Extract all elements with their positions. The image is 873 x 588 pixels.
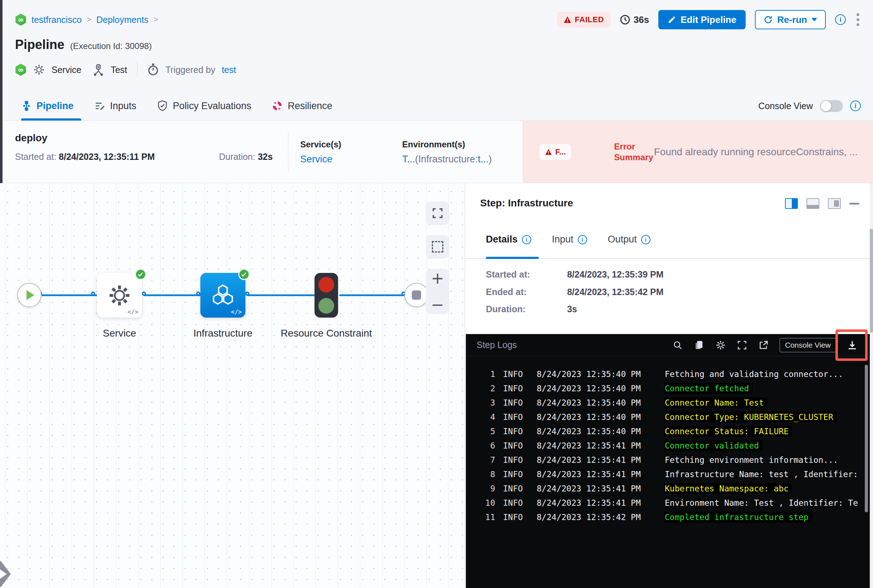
- zoom-out-button[interactable]: −: [431, 297, 444, 313]
- panel-layout-controls: [785, 198, 859, 209]
- detail-duration-row: Duration: 3s: [486, 304, 577, 314]
- panel-scrollbar-thumb[interactable]: [870, 229, 873, 333]
- canvas-fullscreen-button[interactable]: [426, 201, 449, 225]
- rerun-label: Re-run: [777, 14, 807, 26]
- service-link[interactable]: Service: [300, 154, 341, 165]
- breadcrumb-project-link[interactable]: testfrancisco: [32, 15, 81, 25]
- tab-output[interactable]: Output i: [608, 234, 651, 245]
- link-resource-end: [339, 294, 405, 296]
- node-label-service[interactable]: Service: [73, 326, 166, 341]
- console-actions: Console View: [672, 338, 858, 352]
- total-duration: 36s: [620, 14, 649, 26]
- log-fullscreen-icon[interactable]: [737, 340, 747, 351]
- rerun-button[interactable]: Re-run: [755, 10, 826, 29]
- triggered-by-label: Triggered by: [165, 65, 215, 75]
- link-infra-resource: [247, 294, 315, 296]
- started-label: Started at:: [15, 152, 56, 162]
- env-infra-link[interactable]: t...: [478, 154, 489, 165]
- env-link[interactable]: T...: [402, 154, 415, 165]
- services-column: Service(s) Service: [300, 140, 341, 165]
- canvas-zoom-panel: + −: [426, 269, 449, 314]
- output-info-icon[interactable]: i: [641, 235, 651, 244]
- detail-started-label: Started at:: [486, 269, 565, 280]
- layout-floating-view-button[interactable]: [828, 198, 841, 209]
- console-scrollbar-thumb[interactable]: [865, 365, 868, 512]
- duration-label: Duration:: [219, 152, 255, 162]
- service-step-node[interactable]: </>: [97, 273, 142, 318]
- console-view-toggle[interactable]: [820, 100, 843, 112]
- execution-tabbar: Pipeline Inputs Policy Evaluations: [0, 91, 873, 121]
- log-line: 1INFO8/24/2023 12:35:40 PMFetching and v…: [466, 367, 870, 381]
- more-options-menu[interactable]: [855, 12, 861, 27]
- execution-id: (Execution Id: 30098): [70, 41, 152, 51]
- pipeline-tab-icon: [21, 100, 32, 111]
- edit-pipeline-label: Edit Pipeline: [681, 14, 736, 26]
- divider: [137, 62, 137, 78]
- node-label-resource-constraint[interactable]: Resource Constraint: [280, 326, 373, 341]
- log-line: 6INFO8/24/2023 12:35:41 PMConnector vali…: [466, 438, 870, 453]
- tab-inputs[interactable]: Inputs: [95, 91, 137, 120]
- edit-pipeline-button[interactable]: Edit Pipeline: [658, 10, 745, 29]
- resource-constraint-node[interactable]: [314, 273, 338, 318]
- log-line: 2INFO8/24/2023 12:35:40 PMConnector fetc…: [466, 381, 870, 396]
- pipeline-canvas[interactable]: </> </> Service Inf: [0, 183, 465, 588]
- step-logs-console: Step Logs: [466, 334, 870, 588]
- canvas-marquee-select-button[interactable]: [426, 235, 449, 259]
- log-settings-icon[interactable]: [715, 340, 726, 351]
- traffic-red-light: [319, 277, 334, 292]
- trigger-user-link[interactable]: test: [222, 65, 236, 75]
- expand-panel-handle[interactable]: [0, 554, 11, 588]
- tab-policy-evaluations[interactable]: Policy Evaluations: [157, 91, 251, 120]
- detail-duration-label: Duration:: [486, 304, 565, 314]
- tab-input[interactable]: Input i: [552, 234, 587, 245]
- log-line: 9INFO8/24/2023 12:35:41 PMKubernetes Nam…: [466, 482, 870, 496]
- divider: [288, 132, 288, 172]
- log-open-external-icon[interactable]: [758, 340, 769, 351]
- infrastructure-step-node[interactable]: </>: [200, 273, 245, 318]
- step-panel-title: Step: Infrastructure: [480, 197, 573, 209]
- breadcrumb-deployments-link[interactable]: Deployments: [96, 15, 149, 25]
- panel-scrollbar-track[interactable]: [870, 183, 873, 588]
- active-step-tab-underline: [486, 257, 539, 259]
- stage-name[interactable]: deploy: [15, 132, 47, 144]
- tab-pipeline[interactable]: Pipeline: [21, 91, 74, 120]
- log-line: 8INFO8/24/2023 12:35:41 PMInfrastructure…: [466, 467, 870, 482]
- environment-value[interactable]: T...(Infrastructure:t...): [402, 154, 492, 165]
- log-line: 3INFO8/24/2023 12:35:40 PMConnector Name…: [466, 396, 870, 410]
- environment-icon: [93, 64, 104, 76]
- end-node[interactable]: [404, 283, 429, 307]
- log-search-icon[interactable]: [672, 340, 683, 351]
- environment-name[interactable]: Test: [111, 65, 127, 75]
- code-badge: </>: [128, 308, 138, 315]
- services-label: Service(s): [300, 140, 341, 150]
- log-line: 11INFO8/24/2023 12:35:42 PMCompleted inf…: [466, 510, 870, 524]
- service-name[interactable]: Service: [51, 65, 81, 75]
- node-label-infrastructure[interactable]: Infrastructure: [176, 326, 269, 341]
- log-line: 4INFO8/24/2023 12:35:40 PMConnector Type…: [466, 410, 870, 424]
- env-infra-text: (Infrastructure:: [415, 154, 478, 165]
- pencil-icon: [668, 15, 676, 24]
- step-details-panel: Step: Infrastructure Details i Input i O…: [465, 183, 873, 588]
- rerun-info-icon[interactable]: i: [835, 14, 846, 25]
- error-badge-text: F...: [555, 147, 566, 157]
- console-view-info-icon[interactable]: i: [850, 100, 861, 111]
- layout-right-view-button[interactable]: [785, 198, 798, 209]
- zoom-in-button[interactable]: +: [431, 270, 444, 286]
- minimize-panel-button[interactable]: [849, 203, 859, 205]
- details-info-icon[interactable]: i: [522, 235, 531, 244]
- console-view-button[interactable]: Console View: [780, 338, 836, 352]
- download-logs-icon[interactable]: [847, 340, 858, 351]
- link-dot: [91, 291, 95, 296]
- log-copy-icon[interactable]: [694, 340, 705, 351]
- tabs: Pipeline Inputs Policy Evaluations: [0, 91, 332, 120]
- tab-inputs-label: Inputs: [110, 100, 137, 112]
- breadcrumb: ∞ testfrancisco > Deployments >: [15, 14, 158, 26]
- tab-resilience[interactable]: Resilience: [272, 91, 332, 120]
- tab-details[interactable]: Details i: [486, 234, 531, 245]
- input-info-icon[interactable]: i: [578, 235, 587, 244]
- detail-ended-label: Ended at:: [486, 287, 565, 297]
- layout-bottom-view-button[interactable]: [807, 198, 819, 209]
- start-node[interactable]: [17, 283, 42, 307]
- window-edge: [0, 0, 3, 183]
- link-start-service: [42, 294, 97, 296]
